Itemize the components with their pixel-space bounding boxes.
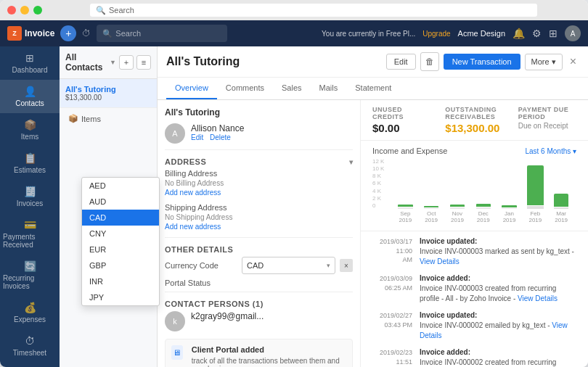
- currency-option-aed[interactable]: AED: [158, 178, 159, 194]
- chart-group-jan: [497, 158, 522, 209]
- more-button[interactable]: More ▾: [525, 54, 563, 70]
- contact-subnav: 📦 Items: [60, 108, 157, 129]
- bar-oct-income: [424, 206, 438, 207]
- section-divider-3: [165, 292, 353, 292]
- activity-feed: 2019/03/17 11:00 AM Invoice updated: Inv…: [361, 231, 588, 367]
- tabs-bar: Overview Comments Sales Mails Statement: [158, 78, 588, 100]
- close-button[interactable]: ×: [567, 55, 579, 68]
- stat-outstanding: OUTSTANDING RECEIVABLES $13,300.00: [445, 106, 503, 134]
- currency-dropdown: AED AUD CAD CNY EUR GBP INR JPY: [158, 177, 160, 306]
- add-billing-link[interactable]: Add new address: [165, 189, 221, 197]
- edit-button[interactable]: Edit: [386, 54, 416, 70]
- list-view-btn[interactable]: ≡: [136, 55, 151, 70]
- grid-icon[interactable]: ⊞: [549, 28, 558, 39]
- detail-panel: All's Tutoring A Allison Nance Edit Dele…: [158, 100, 361, 367]
- chart-label-jan: Jan2019: [497, 210, 522, 223]
- items-icon: 📦: [24, 119, 36, 131]
- contact-detail-avatar: A: [165, 123, 185, 144]
- address-label: ADDRESS: [165, 157, 206, 166]
- settings-icon[interactable]: ⚙: [532, 28, 542, 39]
- sidebar-label-recurring: Recurring Invoices: [3, 274, 57, 290]
- sidebar-item-reports[interactable]: 📊 Reports: [0, 363, 60, 367]
- chart-label-feb: Feb2019: [523, 210, 547, 223]
- contact-person-card: k k2gray99@gmail...: [165, 311, 353, 331]
- delete-button[interactable]: 🗑: [420, 52, 439, 71]
- recurring-icon: 🔄: [24, 260, 36, 272]
- upgrade-link[interactable]: Upgrade: [422, 30, 450, 38]
- currency-option-inr[interactable]: INR: [158, 273, 159, 289]
- currency-option-cad[interactable]: CAD: [158, 210, 159, 226]
- add-shipping-link[interactable]: Add new address: [165, 223, 221, 231]
- new-transaction-button[interactable]: New Transaction: [444, 54, 520, 70]
- tab-statement[interactable]: Statement: [346, 78, 400, 99]
- tab-sales[interactable]: Sales: [273, 78, 311, 99]
- sidebar-item-dashboard[interactable]: ⊞ Dashboard: [0, 46, 60, 80]
- search-bar[interactable]: 🔍 Search: [97, 25, 227, 42]
- currency-option-gbp[interactable]: GBP: [158, 257, 159, 273]
- activity-link-1[interactable]: View Details: [420, 257, 460, 265]
- tab-mails[interactable]: Mails: [311, 78, 347, 99]
- portal-box-desc: track of all the transactions between th…: [192, 357, 346, 367]
- portal-box-content: Client Portal added track of all the tra…: [192, 345, 346, 367]
- app-logo[interactable]: Z Invoice: [7, 26, 54, 41]
- currency-option-jpy[interactable]: JPY: [158, 289, 159, 305]
- sidebar-item-items[interactable]: 📦 Items: [0, 113, 60, 147]
- sidebar-label-dashboard: Dashboard: [12, 66, 48, 74]
- search-placeholder: Search: [115, 29, 141, 38]
- url-bar[interactable]: 🔍 Search: [90, 4, 537, 17]
- activity-desc-3: Invoice INV-000002 emailed by kg_text - …: [420, 321, 576, 341]
- nav-history-icon[interactable]: ⏱: [82, 28, 91, 38]
- url-text: Search: [109, 6, 134, 15]
- billing-address-title: Billing Address: [165, 169, 353, 178]
- stat-unused-credits: UNUSED CREDITS $0.00: [372, 106, 430, 134]
- sidebar-label-timesheet: Timesheet: [13, 349, 46, 357]
- currency-select[interactable]: CAD ▾: [242, 257, 335, 274]
- contact-panel-title: All Contacts: [65, 52, 107, 73]
- sidebar-item-timesheet[interactable]: ⏱ Timesheet: [0, 329, 60, 363]
- activity-link-2[interactable]: View Details: [518, 294, 558, 302]
- filter-icon[interactable]: ▼: [110, 59, 116, 66]
- contact-delete-link[interactable]: Delete: [210, 133, 231, 141]
- sidebar-item-contacts[interactable]: 👤 Contacts: [0, 80, 60, 113]
- close-window-btn[interactable]: [7, 6, 16, 15]
- currency-clear-btn[interactable]: ×: [340, 259, 353, 272]
- activity-link-3[interactable]: View Details: [420, 321, 568, 339]
- timesheet-icon: ⏱: [25, 335, 35, 347]
- chart-area: Income and Expense Last 6 Months ▾ 12 K …: [361, 141, 588, 231]
- main-layout: ⊞ Dashboard 👤 Contacts 📦 Items 📋 Estimat…: [0, 46, 588, 367]
- items-subnav-icon: 📦: [68, 114, 78, 123]
- subnav-items[interactable]: 📦 Items: [65, 111, 151, 126]
- currency-option-eur[interactable]: EUR: [158, 242, 159, 257]
- sidebar-item-payments[interactable]: 💳 Payments Received: [0, 213, 60, 255]
- sidebar-item-estimates[interactable]: 📋 Estimates: [0, 147, 60, 180]
- address-chevron-icon[interactable]: ▾: [349, 158, 354, 166]
- org-name: Acme Design: [458, 29, 505, 38]
- sidebar-item-expenses[interactable]: 💰 Expenses: [0, 296, 60, 329]
- bar-dec-income: [476, 204, 491, 207]
- dashboard-icon: ⊞: [25, 52, 34, 64]
- maximize-window-btn[interactable]: [33, 6, 42, 15]
- currency-row: Currency Code CAD ▾ ×: [165, 257, 353, 274]
- nav-add-button[interactable]: +: [60, 25, 76, 41]
- tab-overview[interactable]: Overview: [166, 78, 217, 99]
- bell-icon[interactable]: 🔔: [513, 28, 525, 39]
- sidebar-label-items: Items: [21, 133, 38, 141]
- sidebar-item-invoices[interactable]: 🧾 Invoices: [0, 180, 60, 213]
- contact-persons-label: CONTACT PERSONS (1): [165, 300, 264, 308]
- sidebar-item-recurring[interactable]: 🔄 Recurring Invoices: [0, 255, 60, 296]
- currency-option-cny[interactable]: CNY: [158, 226, 159, 242]
- add-contact-btn[interactable]: +: [119, 55, 134, 70]
- user-avatar[interactable]: A: [565, 25, 581, 41]
- section-divider-2: [165, 237, 353, 238]
- y-label-10k: 10 K: [372, 165, 384, 172]
- tab-comments[interactable]: Comments: [217, 78, 273, 99]
- bar-mar-income: [554, 194, 568, 207]
- bar-nov-income: [450, 205, 465, 207]
- contact-list-item[interactable]: All's Tutoring $13,300.00: [60, 79, 157, 108]
- contact-edit-link[interactable]: Edit: [191, 133, 203, 141]
- currency-option-aud[interactable]: AUD: [158, 194, 159, 210]
- content-area: All's Tutoring Edit 🗑 New Transaction Mo…: [158, 46, 588, 367]
- chart-period[interactable]: Last 6 Months ▾: [525, 147, 576, 155]
- minimize-window-btn[interactable]: [20, 6, 29, 15]
- bar-oct-expense: [424, 208, 438, 209]
